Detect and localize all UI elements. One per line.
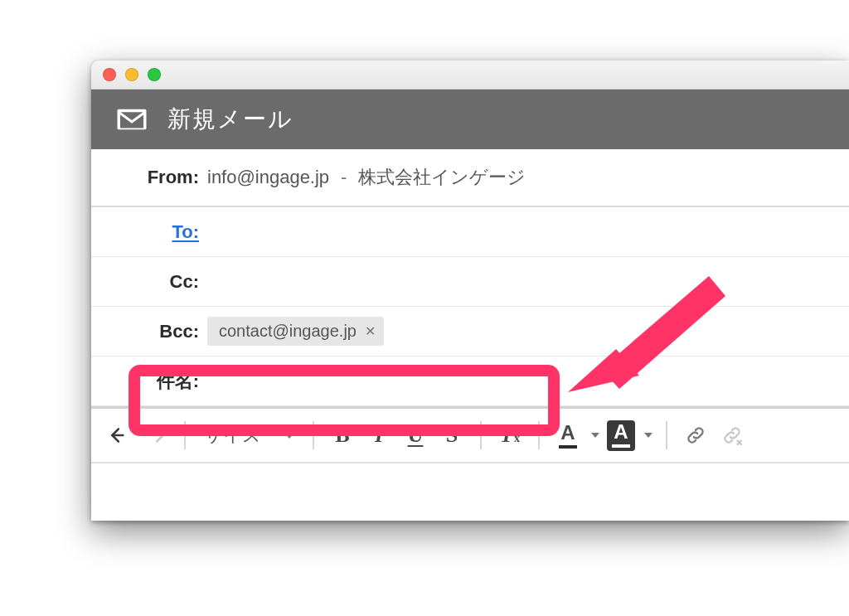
caret-down-icon xyxy=(644,433,653,438)
caret-down-icon xyxy=(284,433,294,439)
bcc-row: Bcc: contact@ingage.jp ✕ xyxy=(91,307,849,357)
compose-header: 新規メール xyxy=(91,90,849,149)
subject-row: 件名: xyxy=(91,357,849,406)
editor-toolbar: サイズ B I U S Tx A xyxy=(91,409,849,463)
subject-label: 件名: xyxy=(91,369,207,394)
close-window-button[interactable] xyxy=(103,68,116,81)
toolbar-divider xyxy=(666,421,667,449)
bold-button[interactable]: B xyxy=(326,419,359,452)
insert-link-button[interactable] xyxy=(679,419,712,452)
undo-button[interactable] xyxy=(103,419,136,452)
bcc-label[interactable]: Bcc: xyxy=(91,321,207,342)
traffic-lights xyxy=(103,68,161,81)
cc-row: Cc: xyxy=(91,257,849,307)
cc-label[interactable]: Cc: xyxy=(91,271,207,293)
bcc-input[interactable]: contact@ingage.jp ✕ xyxy=(207,310,849,352)
underline-button[interactable]: U xyxy=(399,419,432,452)
bcc-recipient-chip[interactable]: contact@ingage.jp ✕ xyxy=(207,317,384,346)
clear-format-button[interactable]: Tx xyxy=(493,419,526,452)
clear-format-icon: Tx xyxy=(500,423,520,448)
italic-button[interactable]: I xyxy=(362,419,395,452)
redo-icon xyxy=(145,424,167,446)
minimize-window-button[interactable] xyxy=(125,68,138,81)
toolbar-divider xyxy=(313,421,314,449)
to-label[interactable]: To: xyxy=(91,221,207,243)
from-row: From: info@ingage.jp - 株式会社インゲージ xyxy=(91,149,849,207)
font-size-dropdown[interactable]: サイズ xyxy=(197,423,301,448)
highlight-color-dropdown[interactable] xyxy=(641,419,654,452)
strike-button[interactable]: S xyxy=(435,419,468,452)
window-titlebar xyxy=(91,61,849,90)
redo-button[interactable] xyxy=(139,419,172,452)
caret-down-icon xyxy=(591,433,599,438)
font-color-dropdown[interactable] xyxy=(588,419,601,452)
font-color-button[interactable]: A xyxy=(551,419,585,452)
from-label: From: xyxy=(91,167,207,188)
compose-window: 新規メール From: info@ingage.jp - 株式会社インゲージ T… xyxy=(91,61,849,521)
toolbar-divider xyxy=(184,421,186,449)
highlight-color-button[interactable]: A xyxy=(604,419,638,452)
cc-input[interactable] xyxy=(207,275,849,289)
subject-input[interactable] xyxy=(207,375,849,388)
to-input[interactable] xyxy=(207,226,849,239)
mail-icon xyxy=(114,102,149,137)
font-size-label: サイズ xyxy=(204,423,261,448)
highlight-icon: A xyxy=(607,420,635,451)
unlink-icon xyxy=(721,424,743,446)
zoom-window-button[interactable] xyxy=(148,68,161,81)
bcc-chip-text: contact@ingage.jp xyxy=(219,322,357,341)
remove-link-button[interactable] xyxy=(716,419,749,452)
compose-title: 新規メール xyxy=(167,104,294,135)
link-icon xyxy=(685,424,706,446)
from-name: 株式会社インゲージ xyxy=(358,165,526,190)
from-value[interactable]: info@ingage.jp - 株式会社インゲージ xyxy=(207,158,849,196)
remove-chip-icon[interactable]: ✕ xyxy=(365,325,376,338)
undo-icon xyxy=(109,424,130,446)
toolbar-divider xyxy=(538,421,540,449)
to-row: To: xyxy=(91,207,849,257)
font-color-icon: A xyxy=(559,423,577,449)
toolbar-divider xyxy=(480,421,482,449)
from-email: info@ingage.jp xyxy=(207,167,329,188)
from-separator: - xyxy=(341,167,347,188)
